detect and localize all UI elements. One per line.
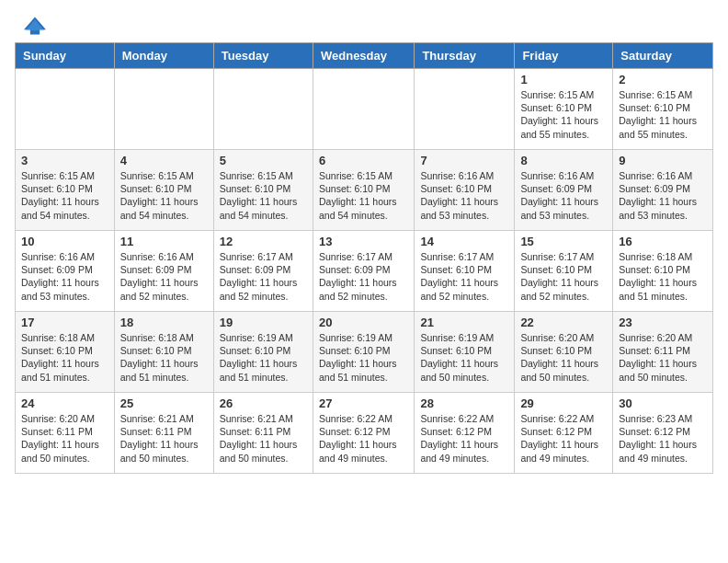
day-number: 22	[520, 316, 607, 329]
day-info: Sunrise: 6:19 AM Sunset: 6:10 PM Dayligh…	[220, 331, 307, 384]
day-info: Sunrise: 6:20 AM Sunset: 6:11 PM Dayligh…	[619, 331, 707, 384]
calendar-cell	[415, 69, 515, 150]
calendar-cell: 5Sunrise: 6:15 AM Sunset: 6:10 PM Daylig…	[213, 150, 313, 231]
day-info: Sunrise: 6:16 AM Sunset: 6:09 PM Dayligh…	[21, 250, 108, 303]
day-info: Sunrise: 6:15 AM Sunset: 6:10 PM Dayligh…	[319, 169, 408, 222]
day-number: 9	[619, 154, 707, 167]
day-info: Sunrise: 6:22 AM Sunset: 6:12 PM Dayligh…	[319, 412, 408, 465]
day-info: Sunrise: 6:17 AM Sunset: 6:10 PM Dayligh…	[520, 250, 607, 303]
calendar-cell: 19Sunrise: 6:19 AM Sunset: 6:10 PM Dayli…	[213, 312, 313, 393]
day-number: 10	[21, 235, 108, 248]
calendar-cell	[313, 69, 414, 150]
day-number: 1	[520, 73, 607, 86]
day-number: 24	[21, 396, 108, 410]
day-number: 6	[319, 154, 408, 167]
calendar-cell: 24Sunrise: 6:20 AM Sunset: 6:11 PM Dayli…	[16, 393, 115, 474]
calendar-cell: 15Sunrise: 6:17 AM Sunset: 6:10 PM Dayli…	[515, 231, 613, 312]
day-info: Sunrise: 6:20 AM Sunset: 6:11 PM Dayligh…	[21, 412, 108, 465]
day-number: 4	[120, 154, 208, 167]
weekday-header: Wednesday	[313, 43, 414, 69]
logo	[22, 17, 46, 35]
day-info: Sunrise: 6:17 AM Sunset: 6:09 PM Dayligh…	[220, 250, 307, 303]
day-info: Sunrise: 6:18 AM Sunset: 6:10 PM Dayligh…	[21, 331, 108, 384]
day-number: 27	[319, 396, 408, 410]
day-info: Sunrise: 6:15 AM Sunset: 6:10 PM Dayligh…	[520, 88, 607, 141]
calendar-cell: 8Sunrise: 6:16 AM Sunset: 6:09 PM Daylig…	[515, 150, 613, 231]
calendar-cell: 3Sunrise: 6:15 AM Sunset: 6:10 PM Daylig…	[16, 150, 115, 231]
day-info: Sunrise: 6:15 AM Sunset: 6:10 PM Dayligh…	[21, 169, 108, 222]
logo-icon	[24, 17, 46, 35]
day-info: Sunrise: 6:16 AM Sunset: 6:10 PM Dayligh…	[420, 169, 508, 222]
day-number: 8	[520, 154, 607, 167]
day-number: 14	[420, 235, 508, 248]
day-number: 20	[319, 316, 408, 329]
day-info: Sunrise: 6:17 AM Sunset: 6:09 PM Dayligh…	[319, 250, 408, 303]
day-number: 19	[220, 316, 307, 329]
calendar-cell: 27Sunrise: 6:22 AM Sunset: 6:12 PM Dayli…	[313, 393, 414, 474]
day-info: Sunrise: 6:16 AM Sunset: 6:09 PM Dayligh…	[520, 169, 607, 222]
calendar-table: SundayMondayTuesdayWednesdayThursdayFrid…	[15, 42, 713, 474]
calendar-cell: 14Sunrise: 6:17 AM Sunset: 6:10 PM Dayli…	[415, 231, 515, 312]
day-info: Sunrise: 6:21 AM Sunset: 6:11 PM Dayligh…	[220, 412, 307, 465]
day-info: Sunrise: 6:19 AM Sunset: 6:10 PM Dayligh…	[319, 331, 408, 384]
day-info: Sunrise: 6:16 AM Sunset: 6:09 PM Dayligh…	[619, 169, 707, 222]
day-number: 2	[619, 73, 707, 86]
calendar-cell: 6Sunrise: 6:15 AM Sunset: 6:10 PM Daylig…	[313, 150, 414, 231]
calendar-cell: 16Sunrise: 6:18 AM Sunset: 6:10 PM Dayli…	[613, 231, 713, 312]
weekday-header: Tuesday	[213, 43, 313, 69]
calendar-cell: 23Sunrise: 6:20 AM Sunset: 6:11 PM Dayli…	[613, 312, 713, 393]
day-info: Sunrise: 6:16 AM Sunset: 6:09 PM Dayligh…	[120, 250, 208, 303]
day-info: Sunrise: 6:19 AM Sunset: 6:10 PM Dayligh…	[420, 331, 508, 384]
calendar-cell	[114, 69, 213, 150]
calendar-cell: 30Sunrise: 6:23 AM Sunset: 6:12 PM Dayli…	[613, 393, 713, 474]
day-number: 30	[619, 396, 707, 410]
calendar-cell: 13Sunrise: 6:17 AM Sunset: 6:09 PM Dayli…	[313, 231, 414, 312]
calendar-cell: 11Sunrise: 6:16 AM Sunset: 6:09 PM Dayli…	[114, 231, 213, 312]
day-number: 12	[220, 235, 307, 248]
weekday-header: Saturday	[613, 43, 713, 69]
calendar-wrapper: SundayMondayTuesdayWednesdayThursdayFrid…	[0, 42, 728, 481]
day-number: 11	[120, 235, 208, 248]
calendar-cell: 20Sunrise: 6:19 AM Sunset: 6:10 PM Dayli…	[313, 312, 414, 393]
day-number: 15	[520, 235, 607, 248]
day-number: 13	[319, 235, 408, 248]
day-number: 23	[619, 316, 707, 329]
calendar-cell	[16, 69, 115, 150]
calendar-cell: 17Sunrise: 6:18 AM Sunset: 6:10 PM Dayli…	[16, 312, 115, 393]
day-info: Sunrise: 6:15 AM Sunset: 6:10 PM Dayligh…	[619, 88, 707, 141]
calendar-cell: 12Sunrise: 6:17 AM Sunset: 6:09 PM Dayli…	[213, 231, 313, 312]
calendar-cell: 1Sunrise: 6:15 AM Sunset: 6:10 PM Daylig…	[515, 69, 613, 150]
calendar-cell	[213, 69, 313, 150]
day-info: Sunrise: 6:18 AM Sunset: 6:10 PM Dayligh…	[120, 331, 208, 384]
calendar-cell: 26Sunrise: 6:21 AM Sunset: 6:11 PM Dayli…	[213, 393, 313, 474]
day-info: Sunrise: 6:22 AM Sunset: 6:12 PM Dayligh…	[420, 412, 508, 465]
day-info: Sunrise: 6:22 AM Sunset: 6:12 PM Dayligh…	[520, 412, 607, 465]
page-header	[0, 0, 728, 42]
day-number: 17	[21, 316, 108, 329]
calendar-cell: 28Sunrise: 6:22 AM Sunset: 6:12 PM Dayli…	[415, 393, 515, 474]
day-number: 7	[420, 154, 508, 167]
day-number: 3	[21, 154, 108, 167]
weekday-header: Friday	[515, 43, 613, 69]
calendar-cell: 2Sunrise: 6:15 AM Sunset: 6:10 PM Daylig…	[613, 69, 713, 150]
weekday-header: Sunday	[16, 43, 115, 69]
weekday-header: Monday	[114, 43, 213, 69]
calendar-cell: 29Sunrise: 6:22 AM Sunset: 6:12 PM Dayli…	[515, 393, 613, 474]
day-number: 18	[120, 316, 208, 329]
calendar-cell: 21Sunrise: 6:19 AM Sunset: 6:10 PM Dayli…	[415, 312, 515, 393]
day-number: 28	[420, 396, 508, 410]
day-info: Sunrise: 6:21 AM Sunset: 6:11 PM Dayligh…	[120, 412, 208, 465]
calendar-cell: 7Sunrise: 6:16 AM Sunset: 6:10 PM Daylig…	[415, 150, 515, 231]
day-number: 25	[120, 396, 208, 410]
day-number: 26	[220, 396, 307, 410]
day-info: Sunrise: 6:17 AM Sunset: 6:10 PM Dayligh…	[420, 250, 508, 303]
day-info: Sunrise: 6:20 AM Sunset: 6:10 PM Dayligh…	[520, 331, 607, 384]
day-info: Sunrise: 6:15 AM Sunset: 6:10 PM Dayligh…	[220, 169, 307, 222]
day-number: 16	[619, 235, 707, 248]
day-info: Sunrise: 6:18 AM Sunset: 6:10 PM Dayligh…	[619, 250, 707, 303]
calendar-cell: 18Sunrise: 6:18 AM Sunset: 6:10 PM Dayli…	[114, 312, 213, 393]
calendar-cell: 9Sunrise: 6:16 AM Sunset: 6:09 PM Daylig…	[613, 150, 713, 231]
day-number: 5	[220, 154, 307, 167]
day-info: Sunrise: 6:23 AM Sunset: 6:12 PM Dayligh…	[619, 412, 707, 465]
calendar-cell: 22Sunrise: 6:20 AM Sunset: 6:10 PM Dayli…	[515, 312, 613, 393]
